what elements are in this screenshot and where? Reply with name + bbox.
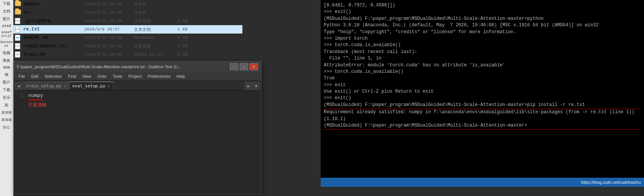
file-type: 文本文档 (134, 43, 168, 49)
code-text-numpy: numpy (28, 92, 43, 100)
file-date: 2020/5/16 10:06 (84, 10, 134, 15)
terminal-line: Traceback (most recent call last): (324, 49, 641, 55)
file-size: 4 KB (168, 35, 187, 40)
file-row[interactable]: txt .gitignore 2020/5/16 10:06 文本文档 1 KB (13, 17, 242, 25)
menu-view[interactable]: View (79, 73, 94, 79)
nav-item-office[interactable]: 办公 (0, 124, 13, 131)
file-date: 2020/6/9 20:57 (84, 27, 134, 32)
file-size: 1 KB (168, 19, 187, 23)
nav-item-doc[interactable]: 文档 (0, 8, 13, 15)
file-name: re.txt (23, 27, 84, 32)
nav-item-fruit[interactable]: 果换 (0, 57, 13, 64)
nav-item-densenet[interactable]: Densenet (0, 39, 13, 49)
file-type: 文件夹 (134, 10, 168, 16)
file-size: 1 KB (168, 27, 187, 32)
file-row[interactable]: txt re.txt 2020/6/9 20:57 文本文档 1 KB (13, 25, 242, 34)
terminal-line: >>> torch.cuda.is_avaiable() (324, 42, 641, 48)
tab-train-setup[interactable]: train_setup.py ✕ (23, 82, 69, 90)
terminal-line: >>> exit (324, 82, 641, 88)
tab-label-train: train_setup.py (26, 84, 61, 88)
file-type: Shell Script (134, 52, 168, 57)
file-name: src (23, 10, 84, 15)
tab-label-eval: eval_setup.py (73, 84, 105, 88)
file-date: 2020/5/16 10:06 (84, 2, 134, 6)
sublime-titlebar: F:\paper_program\MSDualGuided\Multi-Scal… (14, 61, 261, 72)
restore-button[interactable]: □ (240, 63, 248, 70)
nav-item-sg1[interactable]: 新加坡 (0, 109, 13, 116)
sublime-text-window: F:\paper_program\MSDualGuided\Multi-Scal… (13, 61, 261, 194)
menu-selection[interactable]: Selection (42, 73, 65, 79)
nav-item-steel[interactable]: 钢 (0, 71, 13, 79)
file-name: README.md (23, 35, 84, 40)
sublime-menubar: File Edit Selection Find View Goto Tools… (14, 72, 261, 80)
nav-item-hon[interactable]: HON (0, 64, 13, 71)
close-button[interactable]: ✕ (250, 63, 258, 70)
file-type: 文本文档 (134, 18, 168, 24)
terminal-line: [0.6481, 0.7972, 0.4506]]) (324, 2, 641, 9)
menu-edit[interactable]: Edit (28, 73, 42, 79)
tab-close-train[interactable]: ✕ (64, 84, 66, 88)
nav-item-ased[interactable]: ased (0, 23, 13, 29)
file-date: 2020/5/16 10:06 (84, 52, 134, 57)
nav-item-download[interactable]: 下载 (0, 0, 13, 8)
nav-item-pic2[interactable]: 图片 (0, 79, 13, 86)
terminal-line: File "", line 1, in (324, 55, 641, 62)
nav-item-face[interactable]: 面 (0, 101, 13, 109)
file-type: Markdown (134, 35, 168, 40)
menu-tools[interactable]: Tools (110, 73, 126, 79)
file-date: 2020/5/16 10:06 (84, 19, 134, 23)
terminal-line: Use exit() or Ctrl-Z plus Return to exit (324, 88, 641, 95)
folder-icon (15, 1, 22, 7)
terminal-line: Requirement already satisfied: numpy in … (324, 109, 641, 122)
terminal-line: (MSDualGuided) F:\paper_program\MSDualGu… (324, 16, 641, 22)
error-annotation: 不是顶格 (28, 102, 258, 109)
line-number-1: 1 (15, 92, 23, 100)
file-name: images (23, 2, 84, 7)
txt-icon: txt (15, 26, 22, 32)
nav-item-pc[interactable]: 电脑 (0, 49, 13, 57)
file-row[interactable]: sh train.sh 2020/5/16 10:06 Shell Script… (13, 50, 242, 59)
file-size: 1 KB (168, 52, 187, 57)
terminal-line: Type "help", "copyright", "credits" or "… (324, 29, 641, 35)
file-list: images 2020/5/16 10:06 文件夹 src 2020/5/16… (13, 0, 242, 59)
menu-file[interactable]: File (15, 73, 28, 79)
bottom-bar: https://blog.csdn.net/csdnhuizhu (321, 178, 644, 187)
txt-icon: txt (15, 43, 22, 49)
file-row[interactable]: images 2020/5/16 10:06 文件夹 (13, 0, 242, 8)
sh-icon: sh (15, 51, 22, 58)
tab-dropdown[interactable]: ▼ (253, 82, 260, 90)
menu-help[interactable]: Help (173, 73, 188, 79)
terminal-line: AttributeError: module 'torch.cuda' has … (324, 62, 641, 69)
line-numbers: 1 (14, 90, 25, 194)
file-date: 2020/5/16 10:06 (84, 35, 134, 40)
terminal-line: >>> torch.cuda.is_available() (324, 69, 641, 75)
nav-item-dl2[interactable]: 下载 (0, 86, 13, 94)
folder-icon (15, 10, 22, 16)
terminal-line: >>> exit() (324, 95, 641, 101)
titlebar-buttons: ─ □ ✕ (230, 63, 258, 70)
file-row[interactable]: src 2020/5/16 10:06 文件夹 (13, 8, 242, 17)
tab-eval-setup[interactable]: eval_setup.py ✕ (69, 82, 113, 90)
titlebar-title: F:\paper_program\MSDualGuided\Multi-Scal… (17, 64, 230, 69)
terminal-panel[interactable]: [0.6481, 0.7972, 0.4506]])>>> exit()(MSD… (321, 0, 644, 187)
txt-icon: txt (15, 18, 22, 24)
nav-item-pic[interactable]: 图片 (0, 15, 13, 23)
file-row[interactable]: md README.md 2020/5/16 10:06 Markdown 4 … (13, 34, 242, 42)
nav-item-music[interactable]: 音乐 (0, 94, 13, 101)
code-area[interactable]: numpy 不是顶格 (25, 90, 261, 194)
tab-close-eval[interactable]: ✕ (108, 84, 110, 88)
menu-find[interactable]: Find (65, 73, 79, 79)
code-line-1: numpy (28, 92, 258, 100)
file-row[interactable]: txt requirements.txt 2020/5/16 10:06 文本文… (13, 42, 242, 50)
minimize-button[interactable]: ─ (230, 63, 238, 70)
menu-goto[interactable]: Goto (94, 73, 110, 79)
terminal-line: (MSDualGuided) F:\paper_program\MSDualGu… (324, 102, 641, 109)
menu-project[interactable]: Project (126, 73, 145, 79)
nav-item-aseef[interactable]: aseeforcif (0, 29, 13, 39)
file-type: 文本文档 (134, 27, 168, 32)
menu-preferences[interactable]: Preferences (145, 73, 173, 79)
nav-item-sg2[interactable]: 新加坡 (0, 116, 13, 124)
tab-nav-left[interactable]: ◀ (15, 82, 22, 90)
tab-nav-right[interactable]: ▶ (245, 82, 252, 90)
terminal-line: >>> import torch (324, 35, 641, 42)
